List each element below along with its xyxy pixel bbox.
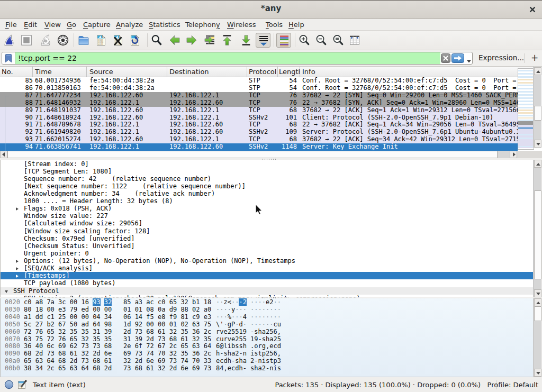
packet-row-92[interactable]: 9271.661949820192.168.122.1192.168.122.6… [0, 129, 518, 136]
details-vscroll-thumb[interactable] [534, 190, 541, 279]
detail-row[interactable]: [Next sequence number: 1122 (relative se… [1, 183, 534, 190]
menu-help[interactable]: Help [288, 20, 304, 30]
add-filter-button[interactable]: + [529, 51, 540, 65]
menu-edit[interactable]: Edit [24, 20, 37, 30]
hex-row-0040[interactable]: 0040a1 dd c1 25 00 00 04 34 06 14 f5 e8 … [1, 314, 534, 321]
menu-analyze[interactable]: Analyze [116, 20, 143, 30]
go-forward-button[interactable] [184, 33, 199, 48]
detail-row[interactable]: SSH Protocol [1, 287, 534, 295]
title-bar[interactable]: *any [0, 0, 542, 19]
zoom-out-button[interactable] [314, 33, 329, 48]
menu-go[interactable]: Go [67, 20, 76, 30]
expert-info-icon[interactable] [4, 380, 14, 389]
packet-list-vscrollbar[interactable] [533, 67, 541, 148]
zoom-100-button[interactable] [331, 33, 346, 48]
scroll-down-arrow-icon[interactable] [534, 369, 541, 377]
scroll-down-arrow-icon[interactable] [534, 289, 541, 297]
column-header-destination[interactable]: Destination [167, 67, 247, 77]
hex-row-0020[interactable]: 0020c0 a8 7a 3c 00 16 93 32 85 a3 ac c0 … [1, 299, 534, 306]
detail-row[interactable]: Checksum: 0x79ed [unverified] [1, 235, 534, 242]
packet-row-87[interactable]: 8771.647777234192.168.122.60192.168.122.… [0, 92, 518, 99]
packet-row-94[interactable]: 9471.663856741192.168.122.1192.168.122.6… [0, 143, 518, 151]
packet-row-85[interactable]: 8568.001734936fe:54:00:d4:38:2aSTP54Conf… [0, 77, 518, 85]
menu-tools[interactable]: Tools [266, 20, 283, 30]
filter-clear-icon[interactable] [441, 53, 450, 63]
column-header-time[interactable]: Time [33, 67, 87, 77]
go-to-last-packet-button[interactable] [239, 33, 254, 48]
scroll-down-arrow-icon[interactable] [534, 140, 541, 148]
capture-options-button[interactable] [56, 33, 70, 48]
bytes-vscrollbar[interactable] [533, 298, 541, 377]
detail-row[interactable]: [Stream index: 0] [1, 160, 534, 168]
detail-row[interactable]: [SEQ/ACK analysis] [1, 265, 534, 272]
packet-row-89[interactable]: 8971.648191037192.168.122.60192.168.122.… [0, 107, 518, 114]
hex-row-00b0[interactable]: 00b038 34 2c 65 63 64 68 2d 73 68 61 32 … [1, 365, 534, 372]
menu-capture[interactable]: Capture [83, 20, 111, 30]
packet-row-90[interactable]: 9071.648618924192.168.122.60192.168.122.… [0, 114, 518, 122]
filter-apply-icon[interactable] [451, 53, 464, 63]
scroll-right-arrow-icon[interactable] [510, 151, 517, 158]
detail-row[interactable]: [Window size scaling factor: 128] [1, 227, 534, 235]
filter-bookmark-button[interactable] [2, 52, 15, 64]
go-to-first-packet-button[interactable] [220, 33, 234, 48]
colorize-button[interactable] [276, 33, 291, 48]
scroll-up-arrow-icon[interactable] [534, 298, 541, 306]
intelligent-scrollbar-minimap[interactable] [518, 68, 534, 150]
bytes-vscroll-thumb[interactable] [534, 306, 541, 321]
detail-row[interactable]: Flags: 0x018 (PSH, ACK) [1, 205, 534, 212]
menu-wireless[interactable]: Wireless [227, 20, 256, 30]
capture-comment-icon[interactable] [17, 380, 28, 390]
menu-view[interactable]: View [44, 20, 61, 30]
save-file-button[interactable] [94, 33, 109, 48]
open-file-button[interactable] [76, 33, 91, 48]
detail-row[interactable]: [TCP Segment Len: 1080] [1, 168, 534, 175]
scroll-up-arrow-icon[interactable] [534, 160, 541, 168]
stop-capture-button[interactable] [19, 33, 34, 48]
filter-dropdown-caret-icon[interactable] [467, 57, 471, 60]
filter-input[interactable]: !tcp.port == 22 [18, 53, 77, 63]
detail-row[interactable]: [Timestamps] [1, 272, 534, 279]
find-packet-button[interactable] [149, 33, 164, 48]
restart-capture-button[interactable] [38, 33, 53, 48]
close-icon[interactable] [528, 5, 537, 14]
packet-row-91[interactable]: 9171.648789678192.168.122.1192.168.122.6… [0, 121, 518, 129]
packet-list-hscroll-thumb[interactable] [7, 151, 498, 158]
scroll-left-arrow-icon[interactable] [0, 151, 7, 158]
hex-row-0030[interactable]: 003080 18 00 e3 79 ed 00 00 01 01 08 0a … [1, 306, 534, 314]
go-back-button[interactable] [167, 33, 182, 48]
expander-collapsed-icon[interactable] [16, 260, 20, 263]
hex-row-0050[interactable]: 00505c 27 b2 67 50 ad 64 98 1d 92 00 00 … [1, 321, 534, 329]
packet-row-93[interactable]: 9371.662015274192.168.122.60192.168.122.… [0, 136, 518, 143]
scroll-up-arrow-icon[interactable] [534, 67, 541, 75]
expander-collapsed-icon[interactable] [16, 207, 20, 211]
resize-columns-button[interactable] [347, 33, 362, 48]
detail-row[interactable]: Options: (12 bytes), No-Operation (NOP),… [1, 257, 534, 265]
expression-button[interactable]: Expression... [478, 53, 524, 62]
status-profile[interactable]: Profile: Default [487, 381, 538, 389]
hex-row-0090[interactable]: 009068 2d 73 68 61 32 2d 6e 69 73 74 70 … [1, 350, 534, 358]
zoom-in-button[interactable] [297, 33, 312, 48]
column-header-protocol[interactable]: Protocol [247, 67, 278, 77]
menu-statistics[interactable]: Statistics [149, 20, 180, 30]
expander-collapsed-icon[interactable] [16, 267, 20, 270]
close-file-button[interactable] [111, 33, 125, 48]
detail-row[interactable]: Sequence number: 42 (relative sequence n… [1, 175, 534, 183]
detail-row[interactable]: Window size value: 227 [1, 212, 534, 220]
menu-telephony[interactable]: Telephony [185, 20, 220, 30]
column-header-source[interactable]: Source [87, 67, 167, 77]
start-capture-button[interactable] [2, 33, 16, 48]
packet-list-hscrollbar[interactable] [0, 151, 518, 158]
display-filter-field[interactable]: !tcp.port == 22 [2, 52, 473, 65]
expander-collapsed-icon[interactable] [16, 275, 20, 278]
go-to-packet-button[interactable] [203, 33, 218, 48]
column-header-no[interactable]: No. [0, 67, 33, 77]
column-header-length[interactable]: Length [278, 67, 300, 77]
auto-scroll-button[interactable] [256, 33, 270, 48]
hex-row-0070[interactable]: 007063 75 72 76 65 32 35 35 31 39 2d 73 … [1, 336, 534, 343]
packet-row-88[interactable]: 8871.648146932192.168.122.1192.168.122.6… [0, 99, 518, 107]
menu-file[interactable]: File [5, 20, 17, 30]
detail-row[interactable]: 1000 .... = Header Length: 32 bytes (8) [1, 197, 534, 205]
hex-row-0060[interactable]: 006072 76 65 32 35 35 31 39 2d 73 68 61 … [1, 329, 534, 336]
reload-file-button[interactable] [128, 33, 142, 48]
packet-list-vscroll-thumb[interactable] [534, 106, 541, 121]
